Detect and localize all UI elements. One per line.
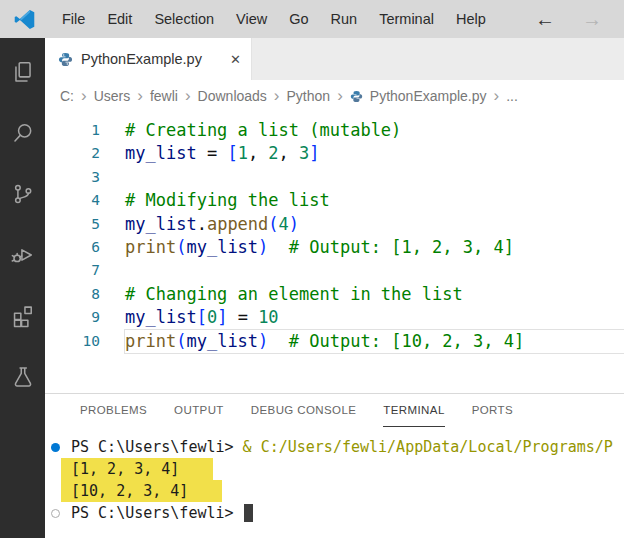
menu-item-file[interactable]: File <box>51 11 96 27</box>
menu-item-view[interactable]: View <box>225 11 278 27</box>
code-line[interactable]: 1# Creating a list (mutable) <box>45 119 624 142</box>
code-line[interactable]: 9my_list[0] = 10 <box>45 306 624 329</box>
python-icon <box>350 90 363 103</box>
panel-tab-problems[interactable]: PROBLEMS <box>80 394 147 427</box>
activity-bar-item-run-and-debug[interactable] <box>0 224 45 285</box>
code-line[interactable]: 10print(my_list) # Output: [10, 2, 3, 4] <box>45 330 624 353</box>
extensions-icon <box>10 303 36 329</box>
panel-tab-output[interactable]: OUTPUT <box>174 394 224 427</box>
line-number: 8 <box>45 283 100 306</box>
chevron-right-icon: › <box>185 87 191 106</box>
terminal-line: [10, 2, 3, 4] <box>45 480 624 502</box>
terminal-line: [1, 2, 3, 4] <box>45 458 624 480</box>
menu-item-help[interactable]: Help <box>445 11 497 27</box>
close-icon[interactable]: ✕ <box>230 52 241 67</box>
code-text: print(my_list) # Output: [10, 2, 3, 4] <box>125 330 624 353</box>
terminal-line: PS C:\Users\fewli> & C:/Users/fewli/AppD… <box>45 436 624 458</box>
breadcrumb-item[interactable]: ... <box>506 88 518 104</box>
breadcrumb-item[interactable]: Python <box>287 88 331 104</box>
editor-group: PythonExample.py ✕ C:›Users›fewli›Downlo… <box>45 38 624 538</box>
code-text <box>125 259 624 282</box>
activity-bar-item-source-control[interactable] <box>0 163 45 224</box>
testing-icon <box>10 364 36 390</box>
terminal[interactable]: PS C:\Users\fewli> & C:/Users/fewli/AppD… <box>45 427 624 538</box>
line-number: 7 <box>45 259 100 282</box>
menu-item-terminal[interactable]: Terminal <box>368 11 445 27</box>
code-line[interactable]: 3 <box>45 166 624 189</box>
terminal-text: PS C:\Users\fewli> & C:/Users/fewli/AppD… <box>71 438 613 456</box>
code-text: my_list = [1, 2, 3] <box>125 142 624 165</box>
tab-pythonexample[interactable]: PythonExample.py ✕ <box>45 38 252 80</box>
chevron-right-icon: › <box>494 87 500 106</box>
code-text: # Changing an element in the list <box>125 283 624 306</box>
chevron-right-icon: › <box>274 87 280 106</box>
menubar: FileEditSelectionViewGoRunTerminalHelp <box>51 11 497 27</box>
python-icon <box>350 90 363 103</box>
breadcrumb-item[interactable]: Downloads <box>198 88 267 104</box>
panel-tabs: PROBLEMSOUTPUTDEBUG CONSOLETERMINALPORTS <box>45 394 624 427</box>
bottom-panel: PROBLEMSOUTPUTDEBUG CONSOLETERMINALPORTS… <box>45 393 624 538</box>
tab-bar: PythonExample.py ✕ <box>45 38 624 80</box>
code-line[interactable]: 4# Modifying the list <box>45 189 624 212</box>
line-number: 10 <box>45 330 100 353</box>
chevron-right-icon: › <box>137 87 143 106</box>
explorer-icon <box>10 59 36 85</box>
search-icon <box>10 120 36 146</box>
circle-icon <box>45 509 65 518</box>
titlebar: FileEditSelectionViewGoRunTerminalHelp ←… <box>0 0 624 38</box>
line-number: 5 <box>45 213 100 236</box>
python-icon <box>58 52 73 67</box>
panel-tab-terminal[interactable]: TERMINAL <box>383 394 444 427</box>
code-line[interactable]: 7 <box>45 259 624 282</box>
panel-tab-ports[interactable]: PORTS <box>472 394 513 427</box>
nav-forward-icon: → <box>582 9 602 29</box>
menu-item-run[interactable]: Run <box>320 11 369 27</box>
breadcrumb-item[interactable]: C: <box>60 88 74 104</box>
terminal-text: PS C:\Users\fewli> <box>71 504 243 522</box>
source-control-icon <box>10 181 36 207</box>
chevron-right-icon: › <box>337 87 343 106</box>
code-text: print(my_list) # Output: [1, 2, 3, 4] <box>125 236 624 259</box>
terminal-text: [1, 2, 3, 4] <box>71 460 213 478</box>
line-number: 6 <box>45 236 100 259</box>
activity-bar-item-testing[interactable] <box>0 346 45 407</box>
code-text: # Modifying the list <box>125 189 624 212</box>
breadcrumb-item[interactable]: PythonExample.py <box>370 88 487 104</box>
line-number: 1 <box>45 119 100 142</box>
code-text <box>125 166 624 189</box>
terminal-cursor <box>244 504 253 522</box>
breadcrumb-item[interactable]: Users <box>94 88 131 104</box>
line-number: 4 <box>45 189 100 212</box>
nav-back-icon[interactable]: ← <box>535 9 555 29</box>
code-text: my_list[0] = 10 <box>125 306 624 329</box>
line-number: 2 <box>45 142 100 165</box>
activity-bar-item-extensions[interactable] <box>0 285 45 346</box>
panel-tab-debug-console[interactable]: DEBUG CONSOLE <box>251 394 357 427</box>
code-line[interactable]: 8# Changing an element in the list <box>45 283 624 306</box>
menu-item-go[interactable]: Go <box>278 11 319 27</box>
breadcrumb: C:›Users›fewli›Downloads›Python›PythonEx… <box>45 80 624 112</box>
code-line[interactable]: 6print(my_list) # Output: [1, 2, 3, 4] <box>45 236 624 259</box>
activity-bar-item-explorer[interactable] <box>0 41 45 102</box>
run-and-debug-icon <box>10 242 36 268</box>
breadcrumb-item[interactable]: fewli <box>150 88 178 104</box>
blue-dot-icon <box>45 443 65 452</box>
code-line[interactable]: 2my_list = [1, 2, 3] <box>45 142 624 165</box>
activity-bar <box>0 38 45 538</box>
code-text: my_list.append(4) <box>125 213 624 236</box>
line-number: 3 <box>45 166 100 189</box>
chevron-right-icon: › <box>81 87 87 106</box>
code-text: # Creating a list (mutable) <box>125 119 624 142</box>
terminal-text: [10, 2, 3, 4] <box>71 482 222 500</box>
tab-label: PythonExample.py <box>81 51 222 67</box>
code-line[interactable]: 5my_list.append(4) <box>45 213 624 236</box>
terminal-line: PS C:\Users\fewli> <box>45 502 624 524</box>
menu-item-edit[interactable]: Edit <box>96 11 143 27</box>
vscode-logo-icon <box>13 8 36 31</box>
code-editor[interactable]: 1# Creating a list (mutable)2my_list = [… <box>45 112 624 393</box>
line-number: 9 <box>45 306 100 329</box>
nav-arrows: ← → <box>535 9 624 29</box>
menu-item-selection[interactable]: Selection <box>143 11 225 27</box>
activity-bar-item-search[interactable] <box>0 102 45 163</box>
